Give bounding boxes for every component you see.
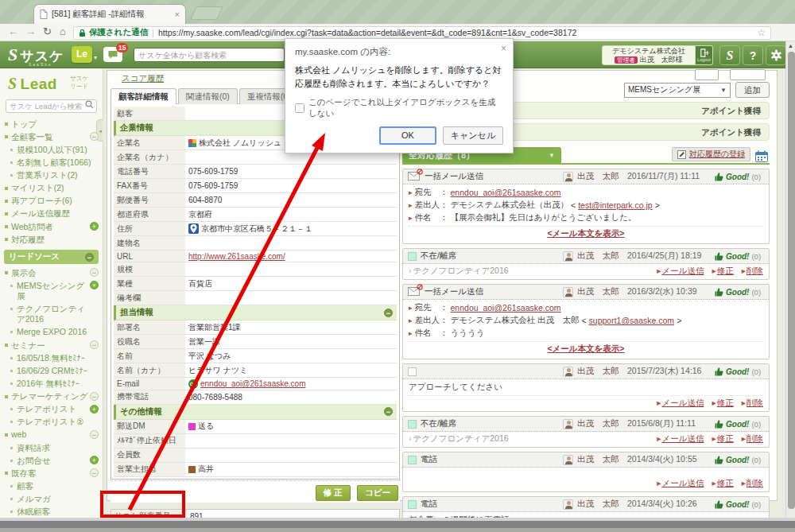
secure-indicator[interactable]: 保護された通信 [79,27,148,38]
delete-entry-link[interactable]: 削除 [742,478,763,489]
help-button[interactable]: ? [743,45,763,65]
sidebar-item[interactable]: セミナー − [0,339,103,351]
sidebar-item[interactable]: 16/05/18 無料ｾﾐﾅｰ [0,351,103,364]
show-mail-body-link[interactable]: <メール本文を表示> [547,344,624,353]
collapse-icon[interactable]: − [90,430,99,439]
expand-icon[interactable]: + [90,456,99,464]
delete-entry-link[interactable]: 削除 [742,433,763,445]
address-bar[interactable]: 保護された通信 | https://my.saaske.com/lead/cgi… [73,26,771,40]
edit-entry-link[interactable]: 修正 [712,478,733,489]
edit-entry-link[interactable]: 修正 [712,398,733,409]
sidebar-item[interactable]: テクノフロンティア2016 [0,303,103,326]
lead-source-select[interactable]: MEMSセンシング展 ▼ [624,83,731,98]
cancel-button[interactable]: キャンセル [443,126,503,145]
home-icon[interactable]: ⌂ [60,25,66,37]
scrollbar[interactable]: ▲ [785,41,795,518]
detail-tab[interactable]: 関連情報(0) [178,88,238,104]
collapse-icon[interactable]: − [90,268,99,277]
sidebar-item[interactable]: 顧客 [0,480,103,492]
back-icon[interactable]: ← [8,25,18,37]
collapse-icon[interactable]: − [384,407,393,416]
good-rating[interactable]: Good!(0) [715,252,764,261]
logout-button[interactable]: Logout [696,45,713,65]
delete-entry-link[interactable]: 削除 [742,398,763,409]
lead-app-badge[interactable]: Le [72,46,92,63]
scroll-up-icon[interactable]: ▲ [786,41,795,49]
from-address-link[interactable]: test@interpark.co.jp [578,200,653,210]
good-rating[interactable]: Good!(0) [715,173,764,181]
suppress-dialogs-option[interactable]: このページでこれ以上ダイアログボックスを生成しない [295,97,503,119]
sidebar-item[interactable]: 再アプローチ(6) [0,195,103,208]
good-rating[interactable]: Good!(0) [715,288,764,297]
sidebar-item[interactable]: 展示会 − [0,266,103,279]
sidebar-item[interactable]: Web訪問者 + [0,220,103,233]
entry-user[interactable]: 出茂 太郎 [577,454,623,465]
collapse-icon[interactable]: − [90,392,99,401]
edit-entry-link[interactable]: 修正 [712,266,733,277]
collapse-icon[interactable]: − [85,253,94,262]
detail-tab[interactable]: 顧客詳細情報 [111,88,176,104]
expand-icon[interactable]: + [90,222,99,231]
sidebar-item[interactable]: MEMSセンシング展 + [0,279,103,302]
sidebar-item[interactable]: 資料請求 [0,441,103,454]
map-pin-icon[interactable] [188,223,199,234]
sidebar-item[interactable]: テレマーケティング − [0,390,103,403]
url-text[interactable]: https://my.saaske.com/lead/cgi/index.cgi… [158,28,753,37]
lead-logo[interactable]: S Lead サスケリード [0,68,103,95]
expand-icon[interactable]: + [90,281,99,289]
add-source-button[interactable]: 追加 [735,82,770,98]
entry-user[interactable]: 出茂 太郎 [577,286,623,297]
global-search-input[interactable] [134,48,285,62]
entry-user[interactable]: 出茂 太郎 [577,366,623,377]
good-rating[interactable]: Good!(0) [715,367,764,376]
sidebar-item[interactable]: 休眠顧客 [0,506,103,518]
saaske-home-button[interactable]: S [719,45,740,65]
settings-button[interactable] [766,45,786,65]
dialog-close-icon[interactable]: × [501,43,506,54]
sidebar-item[interactable]: 規模100人以下(91) [0,143,103,156]
tab-close-icon[interactable]: × [175,10,180,19]
sidebar-item[interactable]: テレアポリスト + [0,403,103,416]
score-history-link[interactable]: スコア履歴 [122,73,164,84]
good-rating[interactable]: Good!(0) [715,500,764,509]
sidebar-item[interactable]: マイリスト(2) [0,182,103,195]
sidebar-item[interactable]: Merge EXPO 2016 [0,326,103,339]
register-history-button[interactable]: 対応履歴の登録 [672,147,750,161]
collapse-icon[interactable]: − [90,340,99,349]
entry-user[interactable]: 出茂 太郎 [577,499,623,510]
expand-icon[interactable]: + [90,405,99,414]
sidebar-item[interactable]: 営業系リスト(2) [0,169,103,182]
forward-icon[interactable]: → [25,25,36,37]
checkbox[interactable] [295,103,304,113]
entry-user[interactable]: 出茂 太郎 [577,250,623,262]
browser-tab[interactable]: [581] 顧客詳細 -詳細情報 × [33,4,186,24]
send-mail-link[interactable]: メール送信 [657,398,704,409]
copy-button[interactable]: コピー [357,485,398,501]
sidebar-item[interactable]: 名刺無し顧客(1066) [0,156,103,169]
good-rating[interactable]: Good!(0) [715,456,764,464]
bookmark-star-icon[interactable]: ☆ [757,27,766,38]
lead-search-input[interactable] [6,99,97,113]
toolbar-box-2[interactable] [730,69,766,80]
chevron-down-icon[interactable]: ▾ [94,54,97,61]
ok-button[interactable]: OK [379,126,436,145]
sidebar-item[interactable]: web − [0,429,103,441]
reload-icon[interactable]: ↻ [43,25,52,37]
delete-entry-link[interactable]: 削除 [742,266,763,277]
sidebar-item[interactable]: 全顧客一覧 − [0,130,103,143]
edit-entry-link[interactable]: 修正 [712,433,733,445]
send-mail-link[interactable]: メール送信 [657,478,704,489]
show-mail-body-link[interactable]: <メール本文を表示> [547,228,624,238]
calendar-icon[interactable] [755,150,768,162]
user-info-box[interactable]: デモシステム株式会社 管理者出茂 太郎様 [602,45,696,65]
scrollbar-thumb[interactable] [788,52,795,509]
collapse-icon[interactable]: − [384,309,393,317]
sidebar-item[interactable]: メール送信履歴 [0,208,103,220]
to-address-link[interactable]: enndou_aoi@261saaske.com [451,303,561,313]
new-tab-button[interactable] [190,6,223,20]
collapse-icon[interactable]: − [90,468,99,477]
sidebar-section-header[interactable]: リードソース − [4,250,99,264]
toolbar-box-1[interactable] [695,69,719,80]
sidebar-item[interactable]: テレアポリスト② [0,416,103,429]
sidebar-item[interactable]: お問合せ + [0,454,103,467]
